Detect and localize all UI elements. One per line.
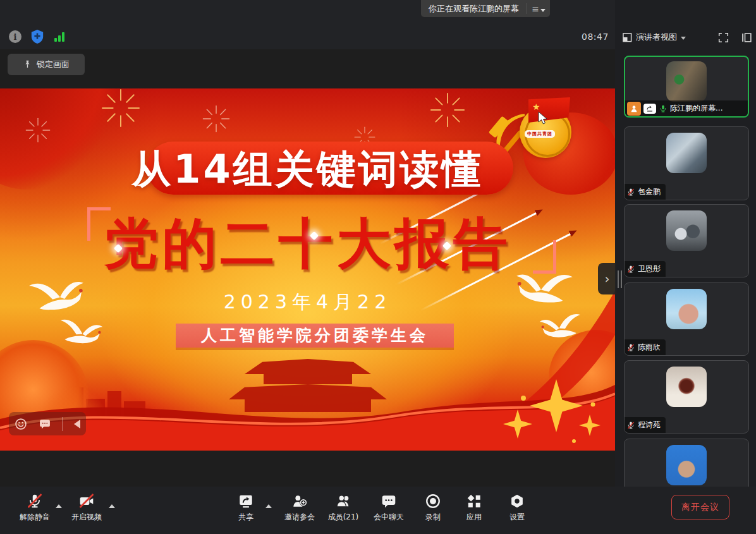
- participant-tile[interactable]: 卫恩彤: [624, 204, 749, 277]
- participant-namebar: 陈雨欣: [625, 339, 666, 355]
- crane-decoration: [24, 271, 90, 321]
- chat-icon: [381, 493, 397, 509]
- leave-meeting-button[interactable]: 离开会议: [671, 495, 729, 519]
- record-icon: [425, 493, 441, 509]
- apps-button[interactable]: 应用: [450, 493, 498, 523]
- members-label: 成员(21): [319, 512, 367, 523]
- chat-button[interactable]: 会中聊天: [365, 493, 413, 523]
- meeting-info-icon[interactable]: i: [9, 30, 21, 43]
- participant-tile[interactable]: 程诗苑: [624, 360, 749, 434]
- mic-status-icon: [626, 188, 635, 197]
- microphone-muted-icon: [27, 493, 43, 509]
- view-mode-chevron-icon[interactable]: [681, 37, 686, 40]
- reaction-toolbar: [9, 412, 86, 435]
- settings-button[interactable]: 设置: [493, 493, 541, 523]
- collapse-left-icon[interactable]: [74, 420, 80, 428]
- mic-status-icon: [626, 343, 635, 352]
- meeting-window: i 08:47 你正在观看陈江鹏的屏幕 ≡ 锁定画面: [0, 0, 756, 534]
- slide-organizer-banner: 人工智能学院分团委学生会: [176, 324, 454, 348]
- active-speaker-badge: [627, 102, 641, 116]
- participant-name: 包金鹏: [638, 186, 661, 197]
- network-signal-icon[interactable]: [54, 32, 68, 42]
- participant-tile[interactable]: 包金鹏: [624, 126, 749, 200]
- unmute-button[interactable]: 解除静音: [11, 493, 59, 523]
- share-screen-button[interactable]: 共享: [222, 493, 270, 523]
- emoji-reaction-icon[interactable]: [15, 418, 27, 430]
- members-button[interactable]: 成员(21): [319, 493, 367, 523]
- participant-name: 陈雨欣: [638, 342, 661, 353]
- divider: [62, 417, 63, 431]
- viewing-banner-text: 你正在观看陈江鹏的屏幕: [421, 3, 527, 15]
- firework-burst: [25, 118, 51, 143]
- firework-burst: [430, 92, 465, 128]
- mic-status-icon: [626, 265, 635, 274]
- invite-person-icon: [291, 493, 308, 509]
- sidebar-collapse-handle[interactable]: ›: [598, 263, 616, 294]
- sidebar-header: 演讲者视图: [623, 28, 752, 46]
- crane-decoration: [56, 314, 104, 350]
- participant-name: 卫恩彤: [638, 264, 661, 274]
- participant-tile[interactable]: 陈雨欣: [624, 282, 749, 356]
- person-icon: [630, 104, 638, 113]
- participant-avatar: [666, 61, 707, 102]
- participant-namebar: 包金鹏: [625, 184, 666, 200]
- view-mode-label[interactable]: 演讲者视图: [636, 32, 677, 43]
- firework-burst: [202, 105, 230, 133]
- apps-grid-icon: [466, 493, 482, 509]
- viewing-options-menu-button[interactable]: ≡: [527, 0, 550, 17]
- meeting-clock: 08:47: [582, 32, 609, 42]
- participant-avatar: [666, 367, 707, 407]
- chevron-down-icon: [540, 9, 546, 12]
- shared-screen-slide: ★ 中国共青团 从14组关键词读懂 党的二十大报告 2023年4月22 人工智能…: [0, 88, 615, 451]
- participant-name: 程诗苑: [638, 420, 661, 430]
- participant-avatar: [666, 210, 707, 251]
- screen-share-badge: [643, 104, 656, 114]
- settings-label: 设置: [493, 512, 541, 523]
- panel-toggle-icon: [741, 32, 752, 43]
- participant-tile[interactable]: 陈江鹏的屏幕...: [624, 56, 749, 118]
- fullscreen-button[interactable]: [718, 32, 729, 43]
- flag-star: ★: [532, 102, 540, 111]
- audio-options-caret[interactable]: [56, 504, 62, 508]
- youth-league-text: 中国共青团: [525, 130, 555, 138]
- participants-sidebar: 演讲者视图: [615, 0, 756, 487]
- share-screen-icon: [238, 493, 254, 509]
- gold-stars-decoration: [498, 373, 612, 449]
- settings-gear-icon: [509, 493, 525, 509]
- hide-panel-button[interactable]: [741, 32, 752, 43]
- camera-off-icon: [78, 493, 95, 509]
- unmute-label: 解除静音: [11, 512, 59, 523]
- slide-title-line1: 从14组关键词读懂: [0, 143, 615, 196]
- bottom-toolbar: 解除静音 开启视频 共享: [0, 487, 756, 534]
- mic-status-icon: [626, 421, 635, 430]
- participant-avatar: [666, 133, 707, 173]
- apps-label: 应用: [450, 512, 498, 523]
- lock-view-label: 锁定画面: [37, 59, 70, 70]
- speaker-view-icon: [623, 33, 632, 42]
- video-options-caret[interactable]: [109, 504, 115, 508]
- quick-chat-icon[interactable]: [39, 418, 51, 430]
- screen-share-icon: [645, 105, 654, 112]
- participant-name: 陈江鹏的屏幕...: [670, 103, 722, 114]
- chat-label: 会中聊天: [365, 512, 413, 523]
- fullscreen-icon: [718, 32, 729, 43]
- participant-namebar: 陈江鹏的屏幕...: [625, 100, 748, 116]
- menu-lines-icon: ≡: [532, 4, 539, 13]
- participant-namebar: 卫恩彤: [625, 261, 666, 277]
- participant-avatar: [666, 445, 707, 485]
- start-video-button[interactable]: 开启视频: [63, 493, 111, 523]
- participant-avatar: [666, 289, 707, 329]
- invite-button[interactable]: 邀请参会: [276, 493, 324, 523]
- participant-namebar: 程诗苑: [625, 417, 666, 433]
- lock-view-button[interactable]: 锁定画面: [8, 54, 85, 75]
- mouse-cursor-icon: [537, 111, 549, 125]
- share-options-caret[interactable]: [265, 504, 272, 508]
- members-icon: [335, 493, 351, 509]
- sidebar-resize-handle[interactable]: [618, 270, 623, 288]
- mic-status-icon: [659, 104, 668, 113]
- firework-burst: [101, 88, 140, 128]
- security-shield-icon[interactable]: [30, 29, 44, 44]
- viewing-banner: 你正在观看陈江鹏的屏幕 ≡: [421, 0, 550, 17]
- share-label: 共享: [222, 512, 270, 523]
- invite-label: 邀请参会: [276, 512, 324, 523]
